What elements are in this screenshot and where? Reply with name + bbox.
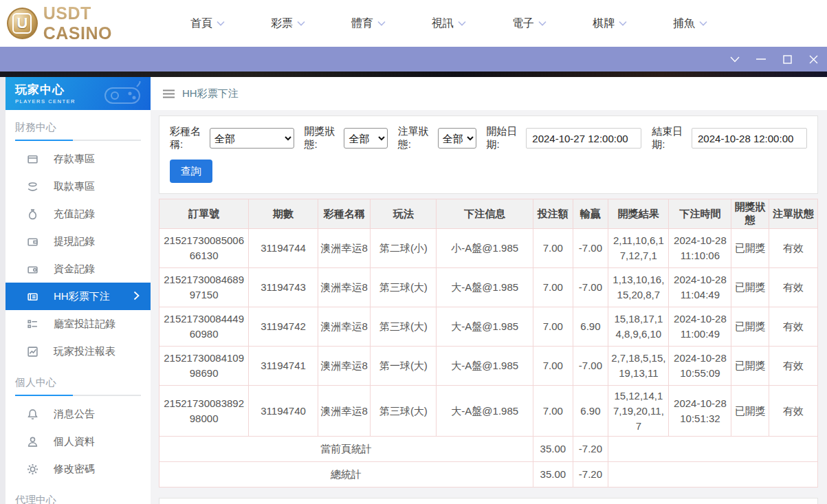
nav-item-label: 棋牌 bbox=[593, 17, 615, 31]
sidebar-item-person[interactable]: 個人資料 bbox=[5, 428, 151, 455]
search-button[interactable]: 查詢 bbox=[170, 160, 212, 183]
table-cell: 有效 bbox=[769, 347, 818, 386]
column-header: 開獎結果 bbox=[608, 199, 669, 229]
bell-icon bbox=[26, 408, 38, 420]
table-cell: 大-A盤@1.985 bbox=[437, 386, 533, 437]
table-cell: 第一球(大) bbox=[371, 347, 437, 386]
column-header: 期數 bbox=[249, 199, 318, 229]
chevron-down-icon bbox=[619, 21, 627, 26]
nav-item-3[interactable]: 視訊 bbox=[432, 17, 466, 31]
gamepad-icon bbox=[101, 81, 144, 109]
nav-item-label: 視訊 bbox=[432, 17, 454, 31]
sidebar-item-coin-purse[interactable]: 資金記錄 bbox=[5, 255, 151, 283]
summary-win-loss: -7.20 bbox=[573, 462, 608, 487]
column-header: 訂單號 bbox=[159, 199, 249, 229]
chevron-down-icon bbox=[217, 21, 225, 26]
column-header: 彩種名稱 bbox=[318, 199, 371, 229]
sidebar-item-card[interactable]: 存款專區 bbox=[5, 145, 151, 173]
window-minimize-button[interactable] bbox=[751, 50, 771, 68]
column-header: 開獎狀態 bbox=[731, 199, 769, 229]
table-cell: 小-A盤@1.985 bbox=[437, 229, 533, 268]
table-cell: 6.90 bbox=[573, 307, 608, 347]
window-close-button[interactable] bbox=[804, 50, 823, 68]
sidebar-item-list[interactable]: 廳室投註記錄 bbox=[5, 310, 151, 338]
logo[interactable]: U USDT CASINO bbox=[7, 3, 162, 43]
table-cell: 2,7,18,5,15,19,13,11 bbox=[608, 347, 669, 386]
table-cell: 第三球(大) bbox=[371, 268, 437, 307]
lottery-name-select[interactable]: 全部 bbox=[210, 128, 294, 149]
nav-item-1[interactable]: 彩票 bbox=[271, 17, 305, 31]
sidebar-item-hand-money[interactable]: 取款專區 bbox=[5, 173, 151, 200]
sidebar-item-label: 提現記錄 bbox=[54, 235, 95, 248]
order-status-label: 注單狀態: bbox=[398, 125, 434, 151]
sidebar-item-label: 廳室投註記錄 bbox=[54, 318, 115, 331]
nav-item-6[interactable]: 捕魚 bbox=[673, 17, 707, 31]
hand-money-icon bbox=[26, 181, 38, 193]
table-cell: 已開獎 bbox=[731, 268, 769, 307]
summary-row: 總統計35.00-7.20 bbox=[159, 462, 818, 487]
column-header: 投注額 bbox=[533, 199, 573, 229]
nav-item-0[interactable]: 首頁 bbox=[190, 17, 225, 31]
table-cell: 31194744 bbox=[249, 229, 318, 268]
summary-label: 當前頁統計 bbox=[159, 437, 533, 462]
table-cell: 有效 bbox=[769, 386, 818, 437]
end-date-input[interactable] bbox=[692, 128, 807, 149]
main-area: HH彩票下注 彩種名稱: 全部 開獎狀態: 全部 注單狀態: 全部 開始日期: bbox=[151, 77, 827, 504]
sidebar-item-label: HH彩票下注 bbox=[54, 290, 110, 303]
nav-item-5[interactable]: 棋牌 bbox=[593, 17, 627, 31]
chevron-down-icon bbox=[538, 21, 547, 26]
sidebar-item-gear[interactable]: 修改密碼 bbox=[5, 455, 151, 483]
sidebar-item-ticket[interactable]: HH彩票下注 bbox=[5, 283, 151, 310]
sidebar-item-report[interactable]: 玩家投注報表 bbox=[5, 338, 151, 365]
summary-win-loss: -7.20 bbox=[573, 437, 608, 462]
minimize-icon bbox=[756, 58, 766, 61]
sidebar-item-label: 存款專區 bbox=[54, 153, 95, 166]
table-cell: 澳洲幸运8 bbox=[318, 307, 371, 347]
table-cell: 15,18,17,14,8,9,6,10 bbox=[608, 307, 669, 347]
summary-row: 當前頁統計35.00-7.20 bbox=[159, 437, 818, 462]
table-cell: 2152173008468997150 bbox=[159, 268, 249, 307]
section-label-1: 個人中心 bbox=[5, 365, 151, 395]
table-cell: 已開獎 bbox=[731, 307, 769, 347]
background-divider-strip bbox=[0, 72, 827, 77]
chevron-down-icon bbox=[458, 21, 466, 26]
sidebar-item-bell[interactable]: 消息公告 bbox=[5, 400, 151, 428]
hamburger-menu-icon[interactable] bbox=[163, 89, 175, 98]
section-label-2: 代理中心 bbox=[5, 483, 151, 504]
window-maximize-button[interactable] bbox=[778, 50, 797, 68]
chevron-down-icon bbox=[377, 21, 386, 26]
sidebar-item-money-bag[interactable]: 充值記錄 bbox=[5, 200, 151, 228]
table-cell: 7.00 bbox=[533, 347, 573, 386]
filter-panel: 彩種名稱: 全部 開獎狀態: 全部 注單狀態: 全部 開始日期: 結束日期: 查… bbox=[159, 116, 818, 194]
person-icon bbox=[26, 436, 38, 448]
table-cell: 大-A盤@1.985 bbox=[437, 268, 533, 307]
column-header: 輸贏 bbox=[573, 199, 608, 229]
table-cell: 第二球(小) bbox=[371, 229, 437, 268]
order-status-select[interactable]: 全部 bbox=[438, 128, 476, 149]
sidebar-item-label: 充值記錄 bbox=[54, 208, 95, 221]
start-date-input[interactable] bbox=[526, 128, 641, 149]
sidebar-sections: 財務中心存款專區取款專區充值記錄提現記錄資金記錄HH彩票下注廳室投註記錄玩家投注… bbox=[5, 110, 151, 504]
nav-item-label: 電子 bbox=[512, 17, 534, 31]
window-dropdown-button[interactable] bbox=[725, 50, 745, 68]
column-header: 下注時間 bbox=[669, 199, 731, 229]
nav-item-4[interactable]: 電子 bbox=[512, 17, 547, 31]
sidebar-item-wallet[interactable]: 提現記錄 bbox=[5, 228, 151, 255]
table-cell: 有效 bbox=[769, 268, 818, 307]
chevron-right-icon bbox=[133, 291, 140, 303]
table-cell: 31194742 bbox=[249, 307, 318, 347]
close-icon bbox=[809, 55, 818, 64]
draw-status-select[interactable]: 全部 bbox=[344, 128, 388, 149]
nav-item-2[interactable]: 體育 bbox=[351, 17, 386, 31]
table-cell: 2024-10-28 10:51:32 bbox=[669, 386, 731, 437]
table-cell: 澳洲幸运8 bbox=[318, 386, 371, 437]
nav-item-label: 體育 bbox=[351, 17, 373, 31]
card-icon bbox=[26, 153, 38, 165]
table-cell: 6.90 bbox=[573, 386, 608, 437]
lottery-name-label: 彩種名稱: bbox=[170, 125, 206, 151]
table-cell: 已開獎 bbox=[731, 347, 769, 386]
maximize-icon bbox=[783, 55, 792, 64]
bets-table: 訂單號期數彩種名稱玩法下注信息投注額輸贏開獎結果下注時間開獎狀態注單狀態2152… bbox=[159, 199, 818, 487]
column-header: 玩法 bbox=[371, 199, 437, 229]
sidebar-item-label: 修改密碼 bbox=[54, 463, 95, 476]
